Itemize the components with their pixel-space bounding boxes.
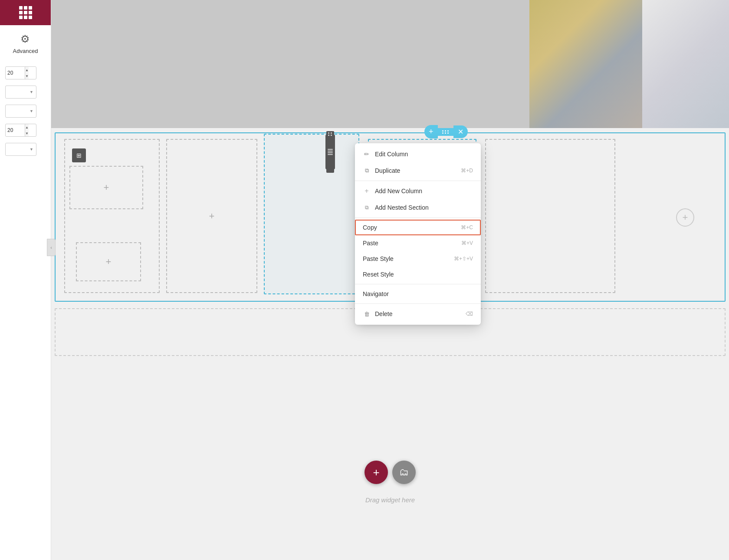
canvas-area: + ✕ ⊞ — [51, 0, 729, 560]
handle-bottom — [326, 167, 334, 173]
spinner-buttons-2: ▲ ▼ — [25, 124, 29, 136]
pencil-icon: ✏ — [363, 150, 371, 158]
bottom-fab-area: + 🗂 — [364, 461, 416, 484]
plus-icon-col2: + — [209, 211, 215, 222]
chevron-down-icon-2: ▼ — [30, 109, 33, 113]
menu-divider-1 — [355, 181, 481, 181]
sidebar: ⚙ Advanced ▲ ▼ ▼ ▼ — [0, 0, 51, 560]
menu-item-copy[interactable]: Copy ⌘+C — [355, 220, 481, 235]
fab-add-button[interactable]: + — [364, 461, 388, 484]
menu-item-paste[interactable]: Paste ⌘+V — [355, 235, 481, 251]
menu-divider-2 — [355, 217, 481, 218]
menu-item-paste-style[interactable]: Paste Style ⌘+⇧+V — [355, 251, 481, 267]
sidebar-advanced-item[interactable]: ⚙ Advanced — [9, 25, 43, 62]
inner-dashed-box-1[interactable]: + — [69, 166, 143, 209]
control-row-5: ▼ — [5, 143, 46, 156]
paste-style-shortcut: ⌘+⇧+V — [454, 256, 473, 262]
medical-image — [529, 0, 642, 128]
spinner-up[interactable]: ▲ — [25, 67, 29, 73]
add-column-button[interactable]: + — [676, 208, 694, 227]
context-menu: ✏ Edit Column ⧉ Duplicate ⌘+D + Add New … — [355, 143, 481, 325]
column-resize-handle[interactable] — [325, 135, 335, 169]
handle-top — [326, 131, 334, 137]
menu-label-reset-style: Reset Style — [363, 271, 394, 278]
spinner-down-2[interactable]: ▼ — [25, 130, 29, 136]
menu-divider-3 — [355, 284, 481, 284]
menu-divider-4 — [355, 303, 481, 304]
advanced-label: Advanced — [13, 48, 38, 54]
gray-placeholder-image — [51, 0, 529, 128]
column-widget-icon[interactable]: ⊞ — [72, 148, 86, 162]
copy-shortcut: ⌘+C — [461, 224, 473, 231]
spinner-buttons: ▲ ▼ — [25, 67, 29, 79]
plus-icon-inner-2: + — [106, 256, 112, 267]
folder-icon: 🗂 — [399, 467, 409, 478]
drag-widget-label: Drag widget here — [365, 496, 415, 504]
section-add-btn[interactable]: + — [424, 125, 438, 138]
menu-label-copy: Copy — [363, 224, 377, 231]
section-close-btn[interactable]: ✕ — [453, 125, 468, 138]
menu-label-navigator: Navigator — [363, 290, 389, 297]
chevron-left-icon: ‹ — [50, 245, 52, 250]
control-row-3: ▼ — [5, 105, 46, 118]
menu-label-duplicate: Duplicate — [375, 167, 400, 174]
select-dropdown-1[interactable]: ▼ — [5, 86, 36, 99]
control-row-1: ▲ ▼ — [5, 66, 46, 79]
gear-icon: ⚙ — [20, 33, 30, 45]
chevron-down-icon: ▼ — [30, 90, 33, 94]
menu-label-add-column: Add New Column — [375, 188, 422, 194]
section-column-5[interactable] — [485, 139, 615, 293]
trash-icon: 🗑 — [363, 310, 371, 318]
delete-shortcut: ⌫ — [466, 311, 473, 317]
add-icon: + — [373, 466, 379, 479]
number-input[interactable] — [6, 70, 25, 76]
menu-item-navigator[interactable]: Navigator — [355, 286, 481, 302]
number-input-wrap[interactable]: ▲ ▼ — [5, 66, 36, 79]
control-row-2: ▼ — [5, 86, 46, 99]
menu-item-duplicate[interactable]: ⧉ Duplicate ⌘+D — [355, 162, 481, 179]
columns-icon: ⊞ — [76, 152, 82, 159]
section-drag-handle[interactable] — [438, 128, 453, 136]
grid-menu-icon[interactable] — [19, 6, 32, 19]
nested-icon: ⧉ — [363, 204, 371, 211]
section-column-1[interactable]: ⊞ + + — [64, 139, 160, 293]
sidebar-controls: ▲ ▼ ▼ ▼ ▲ ▼ — [0, 62, 51, 160]
menu-label-paste-style: Paste Style — [363, 255, 394, 262]
chevron-down-icon-3: ▼ — [30, 147, 33, 152]
number-input-2[interactable] — [6, 127, 25, 133]
menu-label-add-nested: Add Nested Section — [375, 204, 429, 211]
spinner-up-2[interactable]: ▲ — [25, 124, 29, 130]
select-dropdown-3[interactable]: ▼ — [5, 143, 36, 156]
menu-item-reset-style[interactable]: Reset Style — [355, 267, 481, 282]
tools-image — [642, 0, 729, 128]
plus-icon-menu: + — [363, 187, 371, 195]
duplicate-shortcut: ⌘+D — [461, 168, 473, 174]
menu-label-paste: Paste — [363, 240, 378, 247]
section-column-3-active[interactable] — [264, 134, 359, 294]
menu-label-edit-column: Edit Column — [375, 151, 408, 158]
menu-item-edit-column[interactable]: ✏ Edit Column — [355, 146, 481, 162]
menu-item-add-column[interactable]: + Add New Column — [355, 183, 481, 199]
menu-item-add-nested[interactable]: ⧉ Add Nested Section — [355, 199, 481, 216]
paste-shortcut: ⌘+V — [461, 240, 473, 246]
spinner-down[interactable]: ▼ — [25, 73, 29, 79]
plus-icon-inner: + — [104, 182, 109, 193]
select-dropdown-2[interactable]: ▼ — [5, 105, 36, 118]
control-row-4: ▲ ▼ — [5, 124, 46, 137]
close-icon: ✕ — [458, 128, 463, 136]
section-column-2[interactable]: + — [166, 139, 257, 293]
images-row — [51, 0, 729, 128]
menu-label-delete: Delete — [375, 310, 392, 317]
duplicate-icon: ⧉ — [363, 167, 371, 175]
sidebar-topbar[interactable] — [0, 0, 51, 25]
menu-item-delete[interactable]: 🗑 Delete ⌫ — [355, 306, 481, 322]
inner-dashed-box-2[interactable]: + — [76, 242, 141, 281]
plus-icon: + — [429, 127, 433, 136]
sidebar-collapse-button[interactable]: ‹ — [47, 239, 56, 256]
fab-folder-button[interactable]: 🗂 — [392, 461, 416, 484]
drag-dots-icon — [442, 130, 449, 134]
number-input-wrap-2[interactable]: ▲ ▼ — [5, 124, 36, 137]
